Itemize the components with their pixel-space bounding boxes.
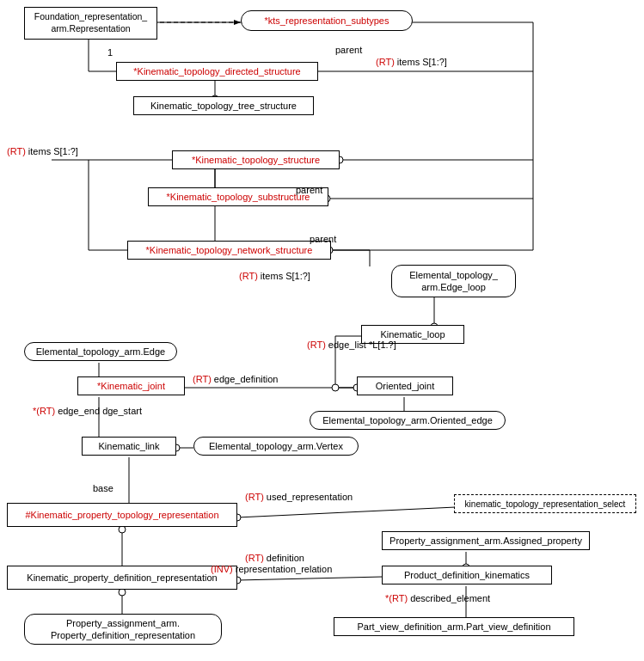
part-view-def-label: Part_view_definition_arm.Part_view_defin… xyxy=(357,621,550,632)
label-1: 1 xyxy=(107,47,113,58)
node-kts-directed: *Kinematic_topology_directed_structure xyxy=(116,62,318,81)
diagram-lines xyxy=(0,0,644,661)
label-rt-used-rep: (RT) used_representation xyxy=(245,492,353,502)
node-kp-topology-rep: #Kinematic_property_topology_representat… xyxy=(7,503,237,527)
label-rt-edge-list: (RT) edge_list *L[1:?] xyxy=(307,340,396,350)
label-rt-edge-end: *(RT) edge_end dge_start xyxy=(33,406,142,416)
property-assignment-assigned-label: Property_assignment_arm.Assigned_propert… xyxy=(389,536,582,546)
kp-topology-rep-select-label: kinematic_topology_representation_select xyxy=(465,499,626,509)
label-parent-2: parent xyxy=(296,185,322,195)
kts-tree-label: Kinematic_topology_tree_structure xyxy=(150,101,297,111)
svg-point-48 xyxy=(119,526,126,533)
product-def-kinematics-label: Product_definition_kinematics xyxy=(404,570,530,580)
node-kp-def-rep: Kinematic_property_definition_representa… xyxy=(7,566,237,590)
kts-subtypes-label: *kts_representation_subtypes xyxy=(265,15,389,26)
kts-directed-label: *Kinematic_topology_directed_structure xyxy=(133,66,300,77)
label-rt-items-3: (RT) items S[1:?] xyxy=(239,271,310,281)
kinematic-joint-label: *Kinematic_joint xyxy=(97,381,165,391)
kp-topology-rep-label: #Kinematic_property_topology_representat… xyxy=(25,510,218,520)
kts-network-label: *Kinematic_topology_network_structure xyxy=(146,245,313,255)
node-part-view-def: Part_view_definition_arm.Part_view_defin… xyxy=(334,617,574,636)
elemental-vertex-label: Elemental_topology_arm.Vertex xyxy=(209,441,343,451)
node-kinematic-link: Kinematic_link xyxy=(82,437,176,456)
node-kts-network: *Kinematic_topology_network_structure xyxy=(127,241,331,260)
node-kinematic-joint: *Kinematic_joint xyxy=(77,376,185,395)
node-property-assignment-assigned: Property_assignment_arm.Assigned_propert… xyxy=(382,531,590,550)
elemental-edge-label: Elemental_topology_arm.Edge xyxy=(36,346,165,357)
node-elemental-edge-loop: Elemental_topology_ arm.Edge_loop xyxy=(391,265,516,297)
svg-point-49 xyxy=(119,589,126,596)
prop-def-rep-label: Property_assignment_arm. Property_defini… xyxy=(51,617,195,642)
node-oriented-joint: Oriented_joint xyxy=(357,376,453,395)
svg-point-43 xyxy=(332,384,339,391)
label-parent-3: parent xyxy=(310,234,336,244)
label-base: base xyxy=(93,483,113,493)
kinematic-link-label: Kinematic_link xyxy=(99,441,160,451)
label-rt-described: *(RT) described_element xyxy=(385,593,490,603)
label-rt-definition: (RT) definition xyxy=(245,553,304,563)
kts-substructure-label: *Kinematic_topology_substructure xyxy=(167,192,310,202)
node-kts-subtypes: *kts_representation_subtypes xyxy=(241,10,413,31)
kts-structure-label: *Kinematic_topology_structure xyxy=(192,155,320,165)
elemental-edge-loop-label: Elemental_topology_ arm.Edge_loop xyxy=(409,269,498,294)
node-kts-structure: *Kinematic_topology_structure xyxy=(172,150,340,169)
node-property-assignment-prop-def-rep: Property_assignment_arm. Property_defini… xyxy=(24,614,222,645)
svg-line-34 xyxy=(237,577,383,580)
node-product-def-kinematics: Product_definition_kinematics xyxy=(382,566,552,584)
elemental-oriented-edge-label: Elemental_topology_arm.Oriented_edge xyxy=(322,415,493,425)
node-foundation: Foundation_representation_ arm.Represent… xyxy=(24,7,157,40)
node-kts-tree: Kinematic_topology_tree_structure xyxy=(133,96,314,115)
svg-line-31 xyxy=(237,507,456,517)
label-rt-items-1: (RT) items S[1:?] xyxy=(376,57,447,67)
node-elemental-vertex: Elemental_topology_arm.Vertex xyxy=(193,437,359,456)
kinematic-loop-label: Kinematic_loop xyxy=(380,329,445,340)
node-elemental-oriented-edge: Elemental_topology_arm.Oriented_edge xyxy=(310,411,506,430)
oriented-joint-label: Oriented_joint xyxy=(376,381,435,391)
diagram: Foundation_representation_ arm.Represent… xyxy=(0,0,644,661)
label-parent-1: parent xyxy=(335,45,362,55)
node-elemental-edge: Elemental_topology_arm.Edge xyxy=(24,342,177,361)
kp-def-rep-label: Kinematic_property_definition_representa… xyxy=(27,572,217,583)
label-rt-items-2: (RT) items S[1:?] xyxy=(7,146,78,156)
label-inv-rep-rel: (INV) representation_relation xyxy=(211,564,332,574)
label-rt-edge-def: (RT) edge_definition xyxy=(193,374,278,384)
node-kinematic-topology-rep-select: kinematic_topology_representation_select xyxy=(454,494,636,513)
